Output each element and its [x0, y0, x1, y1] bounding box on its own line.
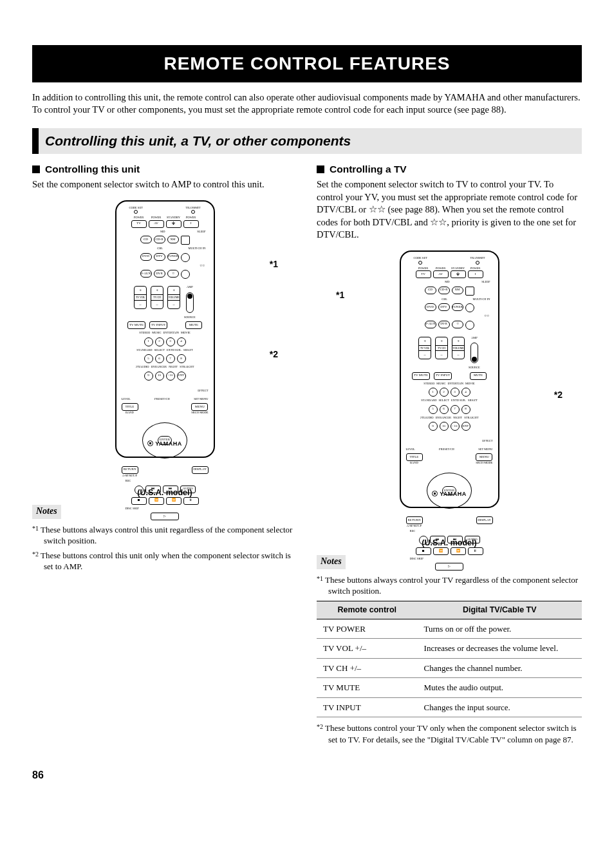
yamaha-logo-icon — [147, 440, 153, 446]
intro-paragraph: In addition to controlling this unit, th… — [32, 91, 582, 117]
notes-label-left: Notes — [32, 505, 61, 519]
yamaha-logo-icon — [432, 491, 438, 496]
brand-logo: YAMAHA — [116, 440, 214, 448]
table-row: TV INPUTChanges the input source. — [317, 697, 582, 717]
table-header-dtv: Digital TV/Cable TV — [418, 601, 582, 619]
table-cell-desc: Changes the channel number. — [418, 658, 582, 678]
remote-figure-right: *1 *2 CODE SET TRANSMIT POWERTV POWERAV … — [317, 250, 582, 534]
table-cell-desc: Turns on or off the power. — [418, 619, 582, 639]
table-cell-remote: TV MUTE — [317, 678, 418, 698]
table-cell-remote: TV POWER — [317, 619, 418, 639]
left-subhead: Controlling this unit — [32, 163, 297, 176]
footnote-1-right: *1 These buttons always control your TV … — [317, 574, 582, 597]
table-cell-remote: TV INPUT — [317, 697, 418, 717]
callout-star2: *2 — [270, 348, 278, 361]
left-body: Set the component selector switch to AMP… — [32, 178, 297, 191]
table-cell-desc: Changes the input source. — [418, 697, 582, 717]
table-cell-remote: TV VOL +/– — [317, 639, 418, 659]
footnote-2-left: *2 These buttons control this unit only … — [32, 550, 297, 572]
page-number: 86 — [32, 768, 582, 782]
table-row: TV POWERTurns on or off the power. — [317, 619, 582, 639]
footnote-1-left: *1 These buttons always control this uni… — [32, 524, 297, 547]
footnote-2-right: *2 These buttons control your TV only wh… — [317, 722, 582, 745]
table-header-remote: Remote control — [317, 601, 418, 619]
tv-functions-table: Remote control Digital TV/Cable TV TV PO… — [317, 601, 582, 718]
table-row: TV VOL +/–Increases or decreases the vol… — [317, 639, 582, 659]
table-cell-desc: Increases or decreases the volume level. — [418, 639, 582, 659]
right-column: Controlling a TV Set the component selec… — [317, 163, 582, 748]
remote-control-diagram: CODE SET TRANSMIT POWERTV POWERAV STANDB… — [115, 200, 215, 458]
bullet-square-icon — [317, 165, 324, 173]
table-row: TV MUTEMutes the audio output. — [317, 678, 582, 698]
table-cell-desc: Mutes the audio output. — [418, 678, 582, 698]
table-cell-remote: TV CH +/– — [317, 658, 418, 678]
page-title-bar: REMOTE CONTROL FEATURES — [32, 45, 582, 82]
table-row: TV CH +/–Changes the channel number. — [317, 658, 582, 678]
right-subhead: Controlling a TV — [317, 163, 582, 176]
remote-figure-left: *1 *2 CODE SET TRANSMIT POWERTV POWERAV … — [32, 200, 297, 484]
remote-control-diagram-r: CODE SET TRANSMIT POWERTV POWERAV STANDB… — [400, 250, 499, 508]
bullet-square-icon — [32, 165, 40, 173]
section-heading: Controlling this unit, a TV, or other co… — [32, 128, 582, 154]
callout-star2-r: *2 — [554, 389, 563, 401]
left-column: Controlling this unit Set the component … — [32, 163, 297, 748]
brand-logo-r: YAMAHA — [401, 490, 498, 498]
callout-star1: *1 — [270, 258, 278, 270]
notes-label-right: Notes — [317, 555, 346, 569]
callout-star1-r: *1 — [336, 289, 344, 301]
right-body: Set the component selector switch to TV … — [317, 178, 582, 241]
